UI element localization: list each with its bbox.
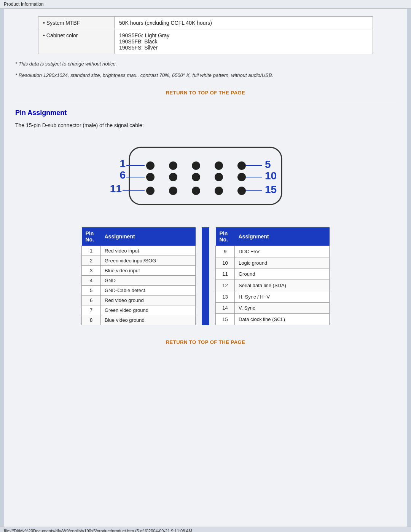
return-link-bottom-anchor[interactable]: RETURN TO TOP OF THE PAGE: [166, 339, 245, 345]
svg-text:15: 15: [265, 184, 277, 195]
connector-desc: The 15-pin D-sub connector (male) of the…: [15, 122, 396, 128]
pin-assignment: Green video input/SOG: [101, 256, 196, 266]
pin-table-left-header-no: Pin No.: [82, 227, 101, 246]
pin-assignment: Red video ground: [101, 296, 196, 305]
pin-no: 13: [216, 291, 235, 302]
svg-text:11: 11: [110, 183, 122, 195]
svg-text:5: 5: [265, 158, 271, 170]
return-link-bottom[interactable]: RETURN TO TOP OF THE PAGE: [15, 339, 396, 345]
spec-value: 50K hours (excluding CCFL 40K hours): [115, 17, 373, 29]
pin-assignment: Serial data line (SDA): [235, 280, 330, 291]
spec-value: 190S5FG: Light Gray190S5FB: Black190S5FS…: [115, 29, 373, 54]
note-2: * Resolution 1280x1024, standard size, b…: [15, 72, 396, 79]
pin-assignment: GND: [101, 276, 196, 286]
bottom-bar-label: file:///D|/My%20Documents/dfu/W9/english…: [4, 529, 192, 532]
svg-point-3: [146, 161, 155, 170]
topbar: Product Information: [0, 0, 411, 9]
svg-text:10: 10: [265, 170, 277, 182]
svg-point-15: [215, 173, 223, 181]
pin-no: 11: [216, 268, 235, 280]
pin-assignment: Ground: [235, 268, 330, 280]
svg-point-6: [215, 161, 223, 170]
svg-text:1: 1: [119, 158, 126, 169]
pin-assignment: DDC +5V: [235, 246, 330, 257]
pin-assignment: Blue video input: [101, 266, 196, 276]
pin-assignment: V. Sync: [235, 302, 330, 314]
pin-assignment: Red video input: [101, 246, 196, 256]
pin-no: 10: [216, 257, 235, 268]
pin-table-right-header-assign: Assignment: [235, 227, 330, 246]
table-separator: [202, 227, 209, 325]
svg-point-24: [215, 187, 223, 195]
pin-assignment: H. Sync / H+V: [235, 291, 330, 302]
svg-point-21: [146, 187, 155, 195]
pin-no: 8: [82, 315, 101, 325]
pin-no: 7: [82, 305, 101, 315]
return-link-top[interactable]: RETURN TO TOP OF THE PAGE: [15, 89, 396, 96]
pin-assignment: Blue video ground: [101, 315, 196, 325]
svg-point-13: [169, 173, 177, 181]
main-content: • System MTBF50K hours (excluding CCFL 4…: [4, 9, 407, 527]
pin-no: 14: [216, 302, 235, 314]
connector-svg: 1 5 6 10 11: [107, 136, 304, 216]
spec-label: • System MTBF: [38, 17, 115, 29]
pin-no: 2: [82, 256, 101, 266]
svg-point-7: [237, 161, 246, 170]
svg-point-23: [192, 187, 200, 195]
pin-assignment: Logic ground: [235, 257, 330, 268]
connector-diagram: 1 5 6 10 11: [15, 136, 396, 216]
svg-point-25: [237, 187, 246, 195]
pin-table-left-header-assign: Assignment: [101, 227, 196, 246]
bottom-bar: file:///D|/My%20Documents/dfu/W9/english…: [0, 527, 411, 532]
svg-point-22: [169, 187, 177, 195]
pin-no: 1: [82, 246, 101, 256]
pin-no: 5: [82, 286, 101, 296]
section-divider: [15, 101, 396, 101]
pin-assignment-title: Pin Assignment: [15, 109, 396, 117]
pin-no: 12: [216, 280, 235, 291]
pin-table-right-header-no: Pin No.: [216, 227, 235, 246]
pin-assignment: Green video ground: [101, 305, 196, 315]
svg-point-4: [169, 161, 177, 170]
pin-assignment: Data clock line (SCL): [235, 314, 330, 325]
pin-no: 9: [216, 246, 235, 257]
return-link-top-anchor[interactable]: RETURN TO TOP OF THE PAGE: [166, 90, 245, 96]
pin-tables-container: Pin No. Assignment 1Red video input2Gree…: [15, 227, 396, 325]
pin-no: 3: [82, 266, 101, 276]
note-1: * This data is subject to change without…: [15, 60, 396, 68]
svg-point-12: [146, 173, 155, 181]
pin-table-left: Pin No. Assignment 1Red video input2Gree…: [81, 227, 196, 325]
svg-point-14: [192, 173, 200, 181]
pin-no: 15: [216, 314, 235, 325]
pin-no: 6: [82, 296, 101, 305]
spec-table: • System MTBF50K hours (excluding CCFL 4…: [38, 16, 373, 54]
pin-table-right: Pin No. Assignment 9DDC +5V10Logic groun…: [215, 227, 330, 325]
pin-assignment: GND-Cable detect: [101, 286, 196, 296]
svg-point-16: [237, 173, 246, 181]
svg-text:6: 6: [119, 169, 126, 181]
svg-point-5: [192, 161, 200, 170]
spec-label: • Cabinet color: [38, 29, 115, 54]
topbar-label: Product Information: [4, 2, 44, 7]
pin-no: 4: [82, 276, 101, 286]
